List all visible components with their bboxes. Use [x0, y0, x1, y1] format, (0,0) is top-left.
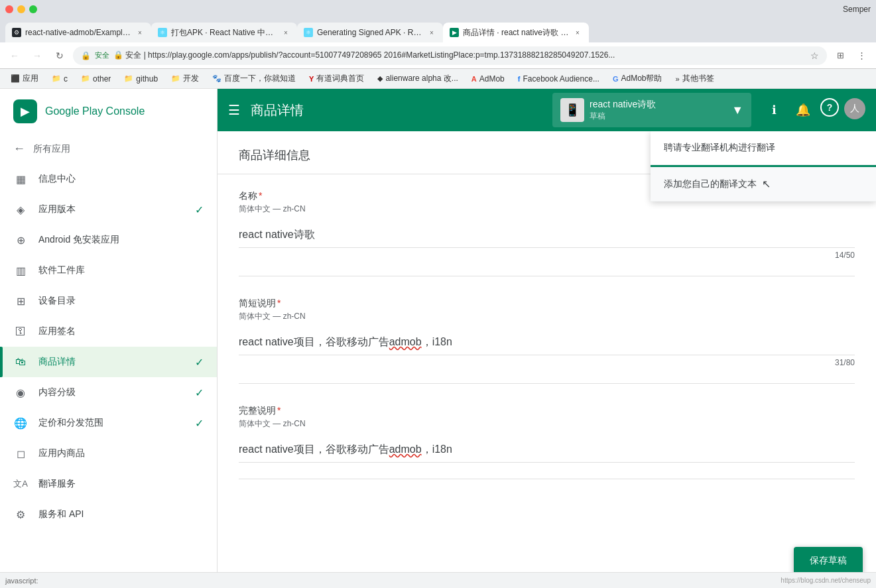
bookmark-admob-help[interactable]: G AdMob帮助: [607, 72, 668, 86]
bookmark-alienware[interactable]: ◆ alienware alpha 改...: [372, 72, 463, 86]
field-sublabel-full-desc: 简体中文 — zh-CN: [239, 418, 855, 430]
main-content: 聘请专业翻译机构进行翻译 添加您自己的翻译文本 ↖ 商品详细信息 名称* 简: [218, 131, 876, 588]
tab-close-product[interactable]: ×: [573, 28, 582, 37]
tab-github[interactable]: ⚙ react-native-admob/Example/... ×: [5, 23, 151, 42]
bookmark-more[interactable]: » 其他书签: [670, 72, 719, 86]
field-required-name: *: [259, 190, 262, 201]
sidebar-item-sign[interactable]: ⚿ 应用签名: [0, 316, 217, 347]
field-value-short-desc[interactable]: react native项目，谷歌移动广告admob，i18n: [239, 330, 855, 355]
address-bar[interactable]: 🔒 安全 🔒 安全 | https://play.google.com/apps…: [73, 46, 827, 65]
sidebar-item-info[interactable]: ▦ 信息中心: [0, 164, 217, 194]
tab-close-apk[interactable]: ×: [281, 28, 290, 37]
tab-signing[interactable]: ⚛ Generating Signed APK · Reac... ×: [297, 23, 443, 42]
menu-icon[interactable]: ⋮: [852, 46, 871, 65]
maximize-button[interactable]: [29, 5, 37, 13]
field-count-name: 14/50: [239, 251, 855, 260]
sidebar-item-label-pricing: 定价和分发范围: [38, 417, 103, 429]
sign-icon: ⚿: [13, 324, 28, 339]
bell-icon[interactable]: 🔔: [791, 98, 815, 122]
dropdown-item-self[interactable]: 添加您自己的翻译文本 ↖: [651, 167, 876, 202]
tab-apk[interactable]: ⚛ 打包APK · React Native 中文网 ×: [151, 23, 297, 42]
product-check-icon: ✓: [195, 356, 204, 369]
full-desc-text-part2: ，i18n: [422, 443, 452, 455]
pricing-check-icon: ✓: [195, 417, 204, 430]
bookmark-dev[interactable]: 📁 开发: [166, 72, 204, 86]
dropdown-item-professional[interactable]: 聘请专业翻译机构进行翻译: [651, 131, 876, 165]
sidebar-item-toolkit[interactable]: ▥ 软件工件库: [0, 255, 217, 286]
gpc-logo: ▶: [13, 99, 37, 123]
sidebar-item-translate[interactable]: 文A 翻译服务: [0, 469, 217, 499]
bookmark-facebook[interactable]: f Facebook Audience...: [513, 73, 605, 85]
bookmark-admob[interactable]: A AdMob: [466, 73, 510, 85]
tab-product[interactable]: ▶ 商品详情 · react native诗歌 · G... ×: [443, 23, 589, 42]
sidebar-item-version[interactable]: ◈ 应用版本 ✓: [0, 194, 217, 225]
bookmark-label-alienware: alienware alpha 改...: [385, 73, 458, 84]
info-topbar-icon[interactable]: ℹ: [762, 98, 786, 122]
bookmark-star-icon[interactable]: ☆: [810, 50, 819, 61]
tab-close-signing[interactable]: ×: [427, 28, 436, 37]
hamburger-icon[interactable]: ☰: [228, 102, 240, 118]
sidebar-back-label: 所有应用: [33, 143, 70, 155]
help-icon-char: ?: [827, 102, 833, 113]
sidebar-item-device[interactable]: ⊞ 设备目录: [0, 286, 217, 316]
status-text: javascript:: [5, 577, 38, 585]
bookmark-c[interactable]: 📁 c: [46, 73, 73, 85]
bookmark-label-github: github: [136, 74, 158, 84]
right-panel: ☰ 商品详情 📱 react native诗歌 草稿 ▼ ℹ 🔔 ?: [218, 89, 876, 588]
browser-chrome: Semper ⚙ react-native-admob/Example/... …: [0, 0, 876, 89]
bookmark-youdao[interactable]: Y 有道词典首页: [304, 72, 369, 86]
bookmarks-bar: ⬛ 应用 📁 c 📁 other 📁 github 📁 开发 🐾 百度一下，你就…: [0, 69, 876, 89]
sidebar-item-label-sign: 应用签名: [38, 325, 76, 337]
field-label-name-text: 名称: [239, 190, 257, 201]
sidebar-item-label-translate: 翻译服务: [38, 478, 76, 490]
sidebar-header: ▶ Google Play Console: [0, 89, 217, 134]
field-label-full-desc-text: 完整说明: [239, 405, 276, 416]
sidebar-item-rating[interactable]: ◉ 内容分级 ✓: [0, 377, 217, 408]
tab-favicon-signing: ⚛: [304, 28, 313, 37]
app-container: ▶ Google Play Console ← 所有应用 ▦ 信息中心 ◈ 应用…: [0, 89, 876, 588]
back-button[interactable]: ←: [5, 46, 24, 65]
pricing-icon: 🌐: [13, 416, 28, 430]
app-selector[interactable]: 📱 react native诗歌 草稿 ▼: [552, 93, 751, 127]
field-value-full-desc[interactable]: react native项目，谷歌移动广告admob，i18n: [239, 438, 855, 463]
forward-button[interactable]: →: [28, 46, 46, 65]
tab-bar: ⚙ react-native-admob/Example/... × ⚛ 打包A…: [0, 19, 876, 42]
bookmark-apps[interactable]: ⬛ 应用: [5, 72, 44, 86]
close-button[interactable]: [5, 5, 13, 13]
bookmark-label-apps: 应用: [23, 73, 38, 84]
product-icon: 🛍: [13, 355, 28, 369]
bookmark-label-more: 其他书签: [682, 73, 714, 84]
save-button[interactable]: 保存草稿: [794, 547, 863, 575]
avatar-char: 人: [850, 103, 859, 115]
bookmark-github[interactable]: 📁 github: [119, 73, 163, 85]
bookmark-other[interactable]: 📁 other: [76, 73, 116, 85]
bookmark-icon-alienware: ◆: [377, 74, 383, 83]
help-icon[interactable]: ?: [820, 98, 839, 117]
translate-icon: 文A: [13, 477, 28, 491]
sidebar-item-service[interactable]: ⚙ 服务和 API: [0, 499, 217, 530]
version-check-icon: ✓: [195, 204, 204, 216]
sidebar-item-android[interactable]: ⊕ Android 免安装应用: [0, 225, 217, 255]
sidebar-item-pricing[interactable]: 🌐 定价和分发范围 ✓: [0, 408, 217, 438]
sidebar-back-button[interactable]: ← 所有应用: [0, 134, 217, 164]
avatar[interactable]: 人: [844, 98, 865, 119]
reload-button[interactable]: ↻: [50, 46, 69, 65]
rating-icon: ◉: [13, 385, 28, 400]
field-sublabel-name: 简体中文 — zh-CN: [239, 204, 855, 215]
sidebar-item-product[interactable]: 🛍 商品详情 ✓: [0, 347, 217, 377]
minimize-button[interactable]: [17, 5, 25, 13]
extensions-icon[interactable]: ⊞: [831, 46, 849, 65]
field-label-short-desc-text: 简短说明: [239, 298, 276, 308]
secure-label: 安全: [95, 50, 109, 60]
window-controls: [5, 5, 37, 13]
info-icon-char: ℹ: [772, 103, 777, 117]
field-required-short-desc: *: [277, 298, 281, 308]
secure-icon: 🔒: [81, 51, 91, 60]
field-value-name[interactable]: react native诗歌: [239, 223, 855, 248]
short-desc-text-part2: ，i18n: [422, 336, 452, 347]
bookmark-baidu[interactable]: 🐾 百度一下，你就知道: [207, 72, 301, 86]
tab-close-github[interactable]: ×: [135, 28, 145, 37]
sidebar-item-label-version: 应用版本: [38, 204, 76, 215]
short-desc-text-part1: react native项目，谷歌移动广告: [239, 336, 389, 347]
sidebar-item-iap[interactable]: ◻ 应用内商品: [0, 438, 217, 469]
